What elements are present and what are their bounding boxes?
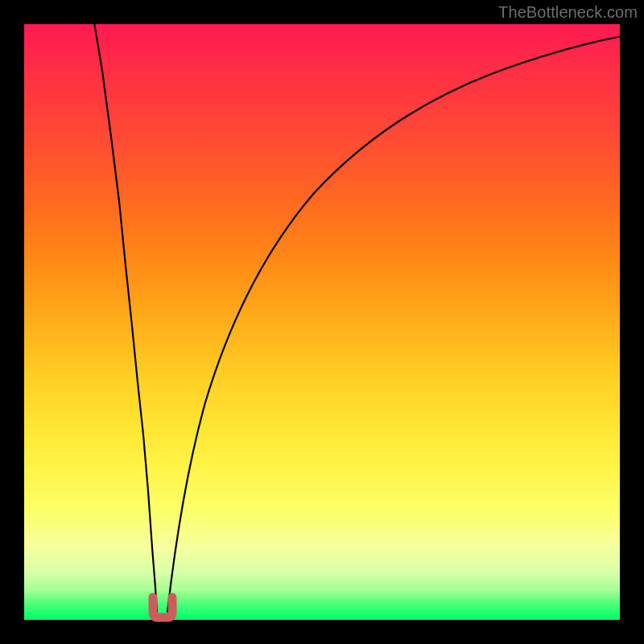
curve-left-branch <box>93 18 157 612</box>
curve-right-branch <box>167 35 626 612</box>
outer-frame: TheBottleneck.com <box>0 0 644 644</box>
watermark-text: TheBottleneck.com <box>498 3 638 22</box>
chart-svg <box>24 24 620 620</box>
plot-area <box>24 24 620 620</box>
marker-notch <box>153 597 172 617</box>
